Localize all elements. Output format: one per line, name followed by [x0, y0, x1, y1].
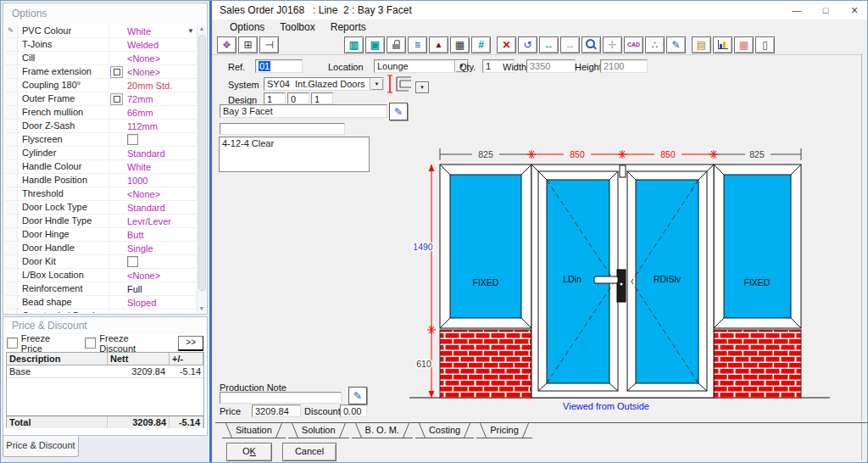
option-row-coextruded-bead[interactable]: Coextruded BeadYes - Coex [4, 310, 198, 313]
option-row-door-hinge[interactable]: Door HingeButt [4, 228, 198, 242]
ref-input[interactable]: 01 [255, 59, 303, 73]
glazing-spec-box[interactable]: 4-12-4 Clear [219, 137, 370, 172]
cad-icon[interactable]: CAD [624, 36, 643, 53]
production-note-input[interactable] [220, 392, 342, 404]
option-row-flyscreen[interactable]: Flyscreen [4, 133, 198, 147]
dead-light-icon[interactable]: ▲ [429, 36, 448, 53]
panel-label-fixed-right: FIXED [744, 277, 771, 287]
pan-icon[interactable]: ✛ [603, 36, 622, 53]
tab-costing[interactable]: Costing [415, 423, 474, 438]
scrollbar-thumb[interactable] [198, 35, 206, 291]
scroll-down-icon[interactable]: ▼ [198, 304, 206, 313]
freeze-discount-checkbox[interactable] [85, 337, 96, 349]
price-table-total-row: Total 3209.84 -5.14 [7, 416, 203, 428]
option-row-outer-frame[interactable]: Outer Frame72mm [4, 92, 198, 106]
option-row-door-handle-type[interactable]: Door Hndle TypeLevr/Lever [4, 215, 198, 228]
description-input[interactable]: Bay 3 Facet [220, 104, 387, 118]
mullion-bars-icon[interactable]: # [471, 36, 491, 53]
menu-options[interactable]: Options [222, 21, 272, 33]
option-row-door-kit[interactable]: Door Kit [4, 255, 198, 269]
option-row-door-z-sash[interactable]: Door Z-Sash112mm [4, 120, 198, 133]
zoom-icon[interactable] [581, 36, 601, 53]
chevron-down-icon[interactable]: ▼ [187, 27, 194, 35]
price-panel-title: Price & Discount [3, 317, 207, 334]
option-row-cylinder[interactable]: CylinderStandard [4, 147, 198, 160]
option-row-french-mullion[interactable]: French mullion66mm [4, 106, 198, 120]
option-list-icon[interactable]: ≡ [408, 36, 427, 53]
survey-points-icon[interactable]: ∴ [645, 36, 665, 53]
frame-grid-icon[interactable]: ⊞ [238, 36, 258, 53]
design-input-3[interactable]: 1 [311, 92, 333, 104]
option-row-handle-colour[interactable]: Handle ColourWhite [4, 160, 198, 174]
draw-pen-icon[interactable]: ✎ [666, 36, 686, 53]
close-button[interactable]: × [840, 1, 868, 20]
option-row-coupling[interactable]: Coupling 180°20mm Std. [4, 79, 198, 92]
dimensions-icon[interactable]: ↔ [539, 36, 559, 53]
undo-icon[interactable]: ↺ [518, 36, 537, 53]
scroll-up-icon[interactable]: ▲ [198, 25, 206, 33]
option-row-threshold[interactable]: Threshold<None> [4, 187, 198, 201]
ok-button[interactable]: OK [226, 443, 272, 461]
maximize-button[interactable]: □ [811, 1, 840, 20]
glass-panel-icon[interactable]: ▣ [365, 36, 385, 53]
edit-production-note-button[interactable]: ✎ [348, 387, 367, 404]
dimensions-alt-icon[interactable]: ↔ [560, 36, 580, 53]
freeze-price-checkbox[interactable] [7, 337, 18, 349]
price-grid-icon[interactable]: ▦ [734, 36, 754, 53]
options-panel: Options ✎PVC ColourWhite▼ T-JoinsWelded … [3, 3, 208, 315]
options-scrollbar[interactable]: ▲ ▼ [197, 25, 206, 313]
edit-description-button[interactable]: ✎ [389, 103, 408, 120]
location-select[interactable]: Lounge▼ [374, 59, 469, 73]
delete-icon[interactable]: ✕ [497, 36, 516, 53]
menu-reports[interactable]: Reports [323, 21, 374, 33]
door-kit-checkbox[interactable] [127, 256, 138, 267]
panel-options-icon[interactable]: ▥ [344, 36, 364, 53]
fixed-panel-right[interactable] [714, 165, 801, 328]
notes-icon[interactable]: ▯ [755, 36, 775, 53]
profile-picker-button[interactable] [110, 93, 123, 105]
note-input[interactable] [220, 123, 345, 135]
profile-picker-button[interactable] [110, 66, 123, 78]
option-row-pvc-colour[interactable]: ✎PVC ColourWhite▼ [4, 25, 198, 38]
dim-width-4: 825 [749, 149, 765, 159]
fixed-panel-left[interactable] [440, 165, 531, 328]
elevation-drawing[interactable]: 825 850 850 825 1490 610 FIXED LDin RDiS… [408, 137, 865, 416]
freeze-discount-label: Freeze Discount [99, 333, 166, 354]
expand-button[interactable]: >> [178, 336, 203, 351]
design-input-1[interactable]: 1 [264, 92, 286, 104]
price-input[interactable]: 3209.84 [252, 404, 301, 417]
cancel-button[interactable]: Cancel [282, 443, 337, 461]
panel-label-left-door: LDin [563, 274, 581, 284]
price-table-row[interactable]: Base 3209.84 -5.14 [7, 365, 203, 378]
minimize-button[interactable]: — [782, 1, 811, 20]
option-row-bead-shape[interactable]: Bead shapeSloped [4, 296, 198, 310]
menu-toolbox[interactable]: Toolbox [272, 21, 322, 33]
tab-situation[interactable]: Situation [222, 423, 286, 438]
option-row-handle-position[interactable]: Handle Position1000 [4, 174, 198, 187]
system-select[interactable]: SY04 Int.Glazed Doors▼ [264, 77, 384, 91]
window-title: Sales Order J0168 : Line 2 : Bay 3 Facet [212, 4, 412, 16]
tab-bom[interactable]: B. O. M. [352, 423, 413, 438]
tab-solution[interactable]: Solution [288, 423, 349, 438]
flyscreen-checkbox[interactable] [127, 134, 138, 145]
design-input-2[interactable]: 0 [287, 92, 309, 104]
grid-divide-icon[interactable]: ▦ [450, 36, 470, 53]
lock-icon[interactable] [387, 36, 406, 53]
option-row-reinforcement[interactable]: ReinforcementFull [4, 282, 198, 296]
dim-width-2: 850 [570, 149, 585, 159]
chart-icon[interactable] [713, 36, 732, 53]
chevron-down-icon[interactable]: ▼ [370, 78, 383, 90]
door-handle-icon[interactable]: ⊣ [259, 36, 279, 53]
price-discount-dock-tab[interactable]: Price & Discount [3, 436, 79, 457]
tab-pricing[interactable]: Pricing [476, 423, 532, 438]
option-row-t-joins[interactable]: T-JoinsWelded [4, 38, 198, 52]
discount-input[interactable]: 0.00 [340, 404, 367, 417]
option-row-frame-extension[interactable]: Frame extension<None> [4, 65, 198, 79]
option-row-door-lock-type[interactable]: Door Lock TypeStandard [4, 201, 198, 215]
profile-dropdown-button[interactable]: ▼ [415, 81, 429, 93]
insert-frame-icon[interactable]: ❖ [217, 36, 236, 53]
option-row-lbox-location[interactable]: L/Box Location<None> [4, 269, 198, 282]
export-save-icon[interactable]: ▤ [692, 36, 711, 53]
option-row-cill[interactable]: Cill<None> [4, 52, 198, 65]
option-row-door-handle[interactable]: Door HandleSingle [4, 242, 198, 255]
